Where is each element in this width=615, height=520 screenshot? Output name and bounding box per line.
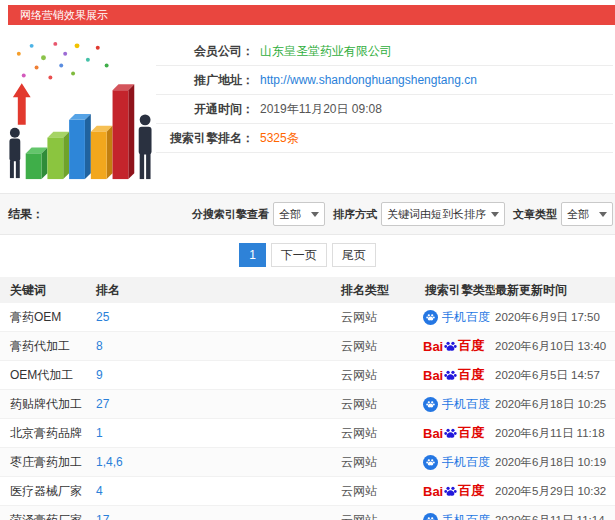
rank-cell[interactable]: 8 bbox=[88, 339, 333, 353]
keyword-cell: 膏药代加工 bbox=[0, 338, 88, 355]
mobile-baidu-label: 手机百度 bbox=[442, 512, 490, 520]
article-type-select-value: 全部 bbox=[567, 207, 589, 222]
paw-icon bbox=[444, 369, 457, 382]
paw-icon bbox=[444, 340, 457, 353]
mobile-baidu-icon bbox=[423, 310, 438, 325]
col-header-engine-type: 搜索引擎类型 bbox=[417, 282, 495, 299]
pagination: 1 下一页 尾页 bbox=[0, 243, 615, 267]
baidu-logo: Bai百度 bbox=[423, 482, 484, 500]
rank-type-cell: 云网站 bbox=[333, 454, 417, 471]
marketing-illustration bbox=[4, 35, 156, 185]
paw-icon bbox=[426, 516, 435, 520]
chevron-down-icon bbox=[599, 212, 607, 217]
engine-type-cell: Bai百度 bbox=[417, 366, 495, 384]
table-row: OEM代加工9云网站Bai百度2020年6月5日 14:57 bbox=[0, 361, 615, 390]
rank-type-cell: 云网站 bbox=[333, 367, 417, 384]
keyword-cell: 膏药OEM bbox=[0, 309, 88, 326]
col-header-updated: 最新更新时间 bbox=[495, 282, 615, 299]
mobile-baidu-label: 手机百度 bbox=[442, 454, 490, 471]
sort-filter-label: 排序方式 bbox=[333, 207, 377, 222]
rank-type-cell: 云网站 bbox=[333, 425, 417, 442]
engine-filter-label: 分搜索引擎查看 bbox=[192, 207, 269, 222]
last-page-button[interactable]: 尾页 bbox=[332, 243, 376, 267]
table-header-row: 关键词 排名 排名类型 搜索引擎类型 最新更新时间 bbox=[0, 277, 615, 303]
engine-type-cell: Bai百度 bbox=[417, 424, 495, 442]
table-row: 膏药OEM25云网站手机百度2020年6月9日 17:50 bbox=[0, 303, 615, 332]
rank-type-cell: 云网站 bbox=[333, 512, 417, 520]
baidu-logo: Bai百度 bbox=[423, 424, 484, 442]
article-type-select[interactable]: 全部 bbox=[561, 202, 613, 226]
result-label: 结果： bbox=[8, 206, 44, 223]
baidu-logo: Bai百度 bbox=[423, 337, 484, 355]
chevron-down-icon bbox=[311, 212, 319, 217]
info-row-opened: 开通时间： 2019年11月20日 09:08 bbox=[156, 95, 613, 124]
bar-chart-illustration-graphic bbox=[4, 35, 154, 185]
paw-icon bbox=[444, 485, 457, 498]
engine-type-cell: Bai百度 bbox=[417, 337, 495, 355]
member-company-label: 会员公司： bbox=[156, 43, 254, 60]
rank-cell[interactable]: 17 bbox=[88, 513, 333, 520]
table-row: 医疗器械厂家4云网站Bai百度2020年5月29日 10:32 bbox=[0, 477, 615, 506]
rank-type-cell: 云网站 bbox=[333, 483, 417, 500]
keyword-cell: 药贴牌代加工 bbox=[0, 396, 88, 413]
keyword-cell: 枣庄膏药加工 bbox=[0, 454, 88, 471]
updated-time-cell: 2020年6月5日 14:57 bbox=[495, 368, 615, 383]
info-section: 会员公司： 山东皇圣堂药业有限公司 推广地址： http://www.shand… bbox=[0, 25, 615, 185]
keyword-cell: OEM代加工 bbox=[0, 367, 88, 384]
updated-time-cell: 2020年6月9日 17:50 bbox=[495, 310, 615, 325]
table-row: 膏药代加工8云网站Bai百度2020年6月10日 13:40 bbox=[0, 332, 615, 361]
rank-cell[interactable]: 25 bbox=[88, 310, 333, 324]
engine-rank-count: 5325条 bbox=[260, 130, 299, 147]
info-row-url: 推广地址： http://www.shandonghuangshengtang.… bbox=[156, 66, 613, 95]
engine-type-cell: 手机百度 bbox=[417, 512, 495, 520]
rank-cell[interactable]: 27 bbox=[88, 397, 333, 411]
table-row: 枣庄膏药加工1,4,6云网站手机百度2020年6月18日 10:19 bbox=[0, 448, 615, 477]
confetti-dots bbox=[17, 42, 109, 80]
businessman-left bbox=[9, 128, 20, 178]
keyword-cell: 北京膏药品牌 bbox=[0, 425, 88, 442]
engine-select[interactable]: 全部 bbox=[273, 202, 325, 226]
mobile-baidu-mark: 手机百度 bbox=[423, 454, 490, 471]
mobile-baidu-icon bbox=[423, 397, 438, 412]
mobile-baidu-icon bbox=[423, 513, 438, 520]
baidu-logo: Bai百度 bbox=[423, 366, 484, 384]
rank-cell[interactable]: 1 bbox=[88, 426, 333, 440]
engine-select-value: 全部 bbox=[279, 207, 301, 222]
page-title: 网络营销效果展示 bbox=[20, 9, 108, 21]
paw-icon bbox=[426, 313, 435, 322]
sort-select[interactable]: 关键词由短到长排序 bbox=[381, 202, 505, 226]
filter-controls: 分搜索引擎查看 全部 排序方式 关键词由短到长排序 文章类型 全部 提交 bbox=[192, 194, 615, 234]
mobile-baidu-mark: 手机百度 bbox=[423, 309, 490, 326]
promo-url-label: 推广地址： bbox=[156, 72, 254, 89]
filter-bar: 结果： 分搜索引擎查看 全部 排序方式 关键词由短到长排序 文章类型 全部 提交 bbox=[0, 193, 615, 235]
open-time-value: 2019年11月20日 09:08 bbox=[260, 101, 382, 118]
col-header-rank: 排名 bbox=[88, 282, 333, 299]
sort-select-value: 关键词由短到长排序 bbox=[387, 207, 486, 222]
page-number-current[interactable]: 1 bbox=[239, 243, 266, 267]
rank-cell[interactable]: 9 bbox=[88, 368, 333, 382]
article-type-label: 文章类型 bbox=[513, 207, 557, 222]
bars bbox=[26, 84, 135, 179]
updated-time-cell: 2020年5月29日 10:32 bbox=[495, 484, 615, 499]
engine-type-cell: 手机百度 bbox=[417, 309, 495, 326]
engine-rank-label: 搜索引擎排名： bbox=[156, 130, 254, 147]
mobile-baidu-label: 手机百度 bbox=[442, 396, 490, 413]
mobile-baidu-icon bbox=[423, 455, 438, 470]
paw-icon bbox=[426, 400, 435, 409]
keyword-cell: 菏泽膏药厂家 bbox=[0, 512, 88, 520]
updated-time-cell: 2020年6月18日 10:25 bbox=[495, 397, 615, 412]
promo-url-link[interactable]: http://www.shandonghuangshengtang.cn bbox=[260, 73, 477, 87]
col-header-rank-type: 排名类型 bbox=[333, 282, 417, 299]
mobile-baidu-mark: 手机百度 bbox=[423, 396, 490, 413]
member-company-value: 山东皇圣堂药业有限公司 bbox=[260, 43, 392, 60]
page: 网络营销效果展示 bbox=[0, 0, 615, 520]
rank-cell[interactable]: 4 bbox=[88, 484, 333, 498]
updated-time-cell: 2020年6月18日 10:19 bbox=[495, 455, 615, 470]
open-time-label: 开通时间： bbox=[156, 101, 254, 118]
next-page-button[interactable]: 下一页 bbox=[271, 243, 327, 267]
results-table: 关键词 排名 排名类型 搜索引擎类型 最新更新时间 膏药OEM25云网站手机百度… bbox=[0, 277, 615, 520]
rank-cell[interactable]: 1,4,6 bbox=[88, 455, 333, 469]
mobile-baidu-mark: 手机百度 bbox=[423, 512, 490, 520]
paw-icon bbox=[444, 427, 457, 440]
up-arrow-icon bbox=[13, 83, 31, 124]
